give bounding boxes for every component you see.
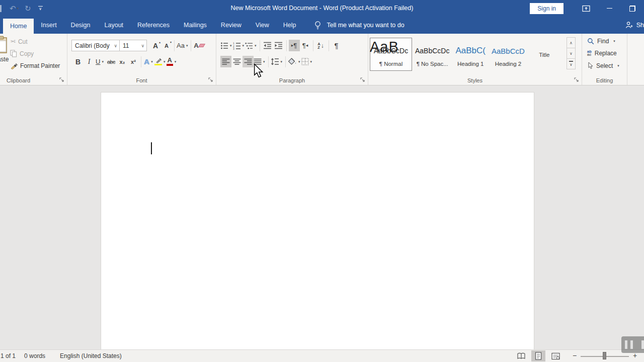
align-center-button[interactable] xyxy=(231,56,243,67)
zoom-slider-handle[interactable] xyxy=(603,352,606,359)
styles-gallery-more-button[interactable]: ∨ xyxy=(567,58,576,69)
chevron-down-icon: ▾ xyxy=(613,39,615,43)
borders-button[interactable]: ▾ xyxy=(301,56,313,67)
font-dialog-launcher[interactable] xyxy=(208,77,213,82)
copy-button[interactable]: Copy xyxy=(10,50,34,57)
sort-button[interactable]: AZ ↓ xyxy=(315,40,327,51)
align-left-button[interactable] xyxy=(220,56,231,67)
web-layout-icon xyxy=(551,352,560,360)
read-mode-button[interactable] xyxy=(514,350,528,361)
print-layout-icon xyxy=(535,352,542,360)
restore-button[interactable] xyxy=(621,0,644,17)
page-count[interactable]: 1 of 1 xyxy=(1,352,16,359)
tab-home[interactable]: Home xyxy=(3,19,34,34)
select-button[interactable]: Select ▾ xyxy=(587,62,619,69)
scissors-icon: ✂ xyxy=(10,38,16,45)
multilevel-list-icon xyxy=(245,42,253,50)
left-to-right-button[interactable]: ▸¶ xyxy=(289,40,300,51)
replace-button[interactable]: abac Replace xyxy=(587,50,617,57)
change-case-button[interactable]: Aa▾ xyxy=(177,40,189,51)
document-page[interactable] xyxy=(101,92,534,349)
ribbon-tab-row: File Home Insert Design Layout Reference… xyxy=(0,17,644,34)
shading-button[interactable]: ▾ xyxy=(288,56,301,67)
restore-icon xyxy=(629,6,635,12)
paragraph-dialog-launcher[interactable] xyxy=(360,77,365,82)
align-right-button[interactable] xyxy=(243,56,254,67)
decrease-indent-button[interactable] xyxy=(262,40,273,51)
show-hide-paragraph-button[interactable]: ¶ xyxy=(331,40,342,51)
text-cursor xyxy=(151,142,152,154)
tab-view[interactable]: View xyxy=(249,17,276,34)
underline-button[interactable]: U▾ xyxy=(95,56,106,67)
subscript-button[interactable]: x₂ xyxy=(117,56,128,67)
style-title[interactable]: AaB Title xyxy=(528,38,561,71)
tab-design[interactable]: Design xyxy=(64,17,98,34)
styles-scroll-down-button[interactable]: ∨ xyxy=(567,48,576,59)
clipboard-dialog-launcher[interactable] xyxy=(59,77,64,82)
shrink-font-button[interactable]: A▾ xyxy=(161,40,172,51)
grow-font-button[interactable]: A▴ xyxy=(150,40,161,51)
grow-arrow-icon: ▴ xyxy=(159,40,160,44)
styles-scroll-up-button[interactable]: ∧ xyxy=(567,37,576,48)
increase-indent-icon xyxy=(274,42,283,49)
ribbon: Paste ✂ Cut Copy Format Painter xyxy=(0,34,644,85)
pause-icon xyxy=(641,340,644,349)
bullets-button[interactable]: ▾ xyxy=(220,40,233,51)
italic-button[interactable]: I xyxy=(84,56,95,67)
strikethrough-button[interactable]: abc xyxy=(106,56,117,67)
cut-button[interactable]: ✂ Cut xyxy=(10,38,28,45)
superscript-button[interactable]: x² xyxy=(128,56,139,67)
shading-bucket-icon xyxy=(288,58,297,65)
decrease-indent-icon xyxy=(263,42,272,49)
align-right-icon xyxy=(244,58,252,65)
tab-insert[interactable]: Insert xyxy=(34,17,63,34)
tab-layout[interactable]: Layout xyxy=(98,17,131,34)
numbering-button[interactable]: 123 ▾ xyxy=(233,40,246,51)
text-effects-button[interactable]: A▾ xyxy=(143,56,154,67)
font-family-select[interactable]: Calibri (Body∨ xyxy=(71,40,120,51)
pilcrow-icon: ¶ xyxy=(335,41,339,50)
right-to-left-button[interactable]: ¶◂ xyxy=(300,40,311,51)
tab-review[interactable]: Review xyxy=(214,17,249,34)
font-color-swatch xyxy=(167,64,173,66)
find-button[interactable]: Find ▾ xyxy=(587,38,615,45)
font-size-select[interactable]: 11∨ xyxy=(120,40,147,51)
borders-icon xyxy=(301,58,309,65)
print-layout-button[interactable] xyxy=(531,350,545,361)
word-count[interactable]: 0 words xyxy=(24,352,45,359)
tab-references[interactable]: References xyxy=(130,17,177,34)
ribbon-display-options-button[interactable] xyxy=(575,0,598,17)
multilevel-list-button[interactable]: ▾ xyxy=(245,40,258,51)
chevron-down-icon: ∨ xyxy=(141,43,144,48)
video-pause-overlay[interactable] xyxy=(621,336,644,353)
styles-dialog-launcher[interactable] xyxy=(574,77,579,82)
increase-indent-button[interactable] xyxy=(273,40,284,51)
styles-gallery-scroll: ∧ ∨ ∨ xyxy=(567,38,576,69)
paragraph-group-label: Paragraph xyxy=(216,77,368,83)
clear-formatting-button[interactable]: A xyxy=(193,40,204,51)
eraser-icon xyxy=(198,44,205,47)
bold-button[interactable]: B xyxy=(72,56,84,67)
language-indicator[interactable]: English (United States) xyxy=(60,352,122,359)
editing-group: Find ▾ abac Replace Select ▾ Editing xyxy=(582,34,627,85)
styles-gallery: AaBbCcDc ¶ Normal AaBbCcDc ¶ No Spac... … xyxy=(370,38,561,71)
sign-in-button[interactable]: Sign in xyxy=(530,3,564,14)
tell-me-box[interactable]: Tell me what you want to do xyxy=(314,17,404,34)
chevron-down-icon: ▾ xyxy=(164,60,166,64)
text-highlight-button[interactable]: ▾ xyxy=(154,56,167,67)
find-icon xyxy=(587,38,594,45)
web-layout-button[interactable] xyxy=(548,350,562,361)
zoom-out-button[interactable]: − xyxy=(573,351,577,359)
numbering-icon: 123 xyxy=(233,42,241,50)
sort-arrow-icon: ↓ xyxy=(321,42,324,49)
minimize-button[interactable] xyxy=(598,0,621,17)
tab-mailings[interactable]: Mailings xyxy=(177,17,214,34)
copy-icon xyxy=(10,50,17,57)
format-painter-button[interactable]: Format Painter xyxy=(10,62,60,69)
share-button[interactable]: Share xyxy=(625,17,644,34)
document-area xyxy=(0,85,644,349)
line-spacing-button[interactable]: ▾ xyxy=(271,56,284,67)
font-color-button[interactable]: A ▾ xyxy=(167,56,178,67)
tab-help[interactable]: Help xyxy=(276,17,303,34)
highlighter-icon xyxy=(154,58,162,66)
